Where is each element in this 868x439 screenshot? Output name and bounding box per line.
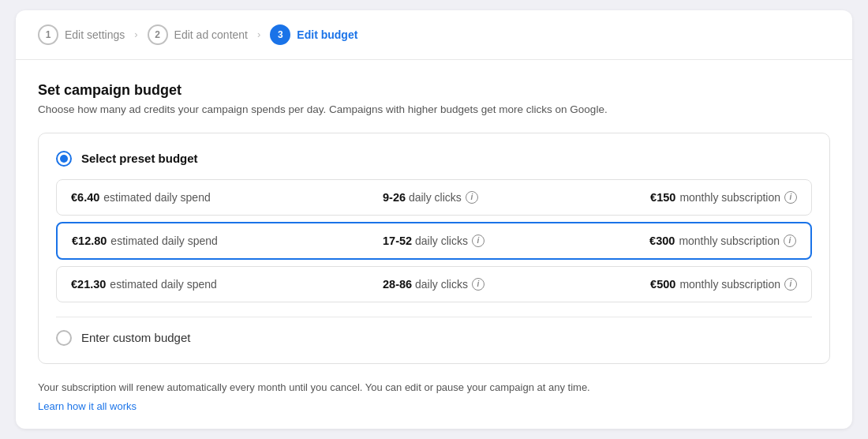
budget-row-1[interactable]: €6.40 estimated daily spend 9-26 daily c… (56, 179, 812, 216)
info-icon-3b[interactable]: i (784, 278, 797, 291)
custom-budget-radio[interactable]: Enter custom budget (56, 330, 812, 346)
footer-text: Your subscription will renew automatical… (38, 380, 830, 396)
budget-row-3-monthly-amount: €500 (650, 278, 675, 291)
budget-row-1-clicks-value: 9-26 daily clicks (383, 191, 462, 204)
budget-row-3-daily-label: estimated daily spend (110, 278, 216, 291)
preset-budget-radio[interactable]: Select preset budget (56, 151, 812, 167)
budget-row-2-clicks-value: 17-52 daily clicks (383, 235, 468, 247)
budget-row-2-daily-label: estimated daily spend (110, 235, 217, 247)
step-2[interactable]: 2 Edit ad content (148, 24, 248, 45)
budget-row-3-clicks: 28-86 daily clicks i (383, 278, 485, 291)
budget-row-3[interactable]: €21.30 estimated daily spend 28-86 daily… (56, 266, 812, 302)
budget-row-2-amount: €12.80 (72, 235, 107, 247)
budget-row-1-monthly-amount: €150 (650, 191, 675, 204)
step-1-label: Edit settings (65, 28, 125, 41)
budget-row-3-monthly-label: monthly subscription (679, 278, 780, 291)
budget-row-1-monthly-label: monthly subscription (679, 191, 780, 204)
step-3-label: Edit budget (297, 28, 357, 41)
budget-row-1-daily: €6.40 estimated daily spend (71, 191, 211, 204)
preset-budget-label: Select preset budget (81, 152, 198, 165)
step-2-label: Edit ad content (174, 28, 248, 41)
chevron-icon-2: › (257, 28, 260, 40)
step-3-circle: 3 (270, 24, 290, 45)
budget-row-2-monthly-amount: €300 (649, 235, 675, 247)
budget-row-3-amount: €21.30 (71, 278, 106, 291)
learn-how-link[interactable]: Learn how it all works (38, 400, 137, 412)
budget-row-3-monthly: €500 monthly subscription i (650, 278, 797, 291)
budget-row-1-monthly: €150 monthly subscription i (650, 191, 797, 204)
preset-radio-circle (56, 151, 72, 167)
budget-row-1-clicks: 9-26 daily clicks i (383, 191, 478, 204)
page-title: Set campaign budget (38, 82, 830, 99)
budget-row-3-clicks-value: 28-86 daily clicks (383, 278, 468, 291)
custom-budget-label: Enter custom budget (81, 331, 190, 344)
step-1[interactable]: 1 Edit settings (38, 24, 125, 45)
info-icon-2b[interactable]: i (784, 235, 796, 247)
chevron-icon-1: › (134, 28, 137, 40)
stepper: 1 Edit settings › 2 Edit ad content › 3 … (16, 10, 852, 60)
main-content: Set campaign budget Choose how many ad c… (16, 60, 852, 430)
budget-row-1-amount: €6.40 (71, 191, 99, 204)
divider (56, 317, 812, 317)
budget-row-2-clicks: 17-52 daily clicks i (383, 235, 485, 247)
budget-row-2[interactable]: €12.80 estimated daily spend 17-52 daily… (56, 222, 812, 260)
info-icon-1[interactable]: i (466, 191, 478, 204)
custom-radio-circle (56, 330, 72, 346)
step-3[interactable]: 3 Edit budget (270, 24, 357, 45)
info-icon-2[interactable]: i (472, 235, 485, 247)
page-subtitle: Choose how many ad credits your campaign… (38, 103, 830, 115)
budget-row-1-daily-label: estimated daily spend (103, 191, 210, 204)
budget-row-2-monthly: €300 monthly subscription i (649, 235, 796, 247)
info-icon-1b[interactable]: i (784, 191, 797, 204)
budget-row-2-daily: €12.80 estimated daily spend (72, 235, 218, 247)
budget-row-3-daily: €21.30 estimated daily spend (71, 278, 217, 291)
step-1-circle: 1 (38, 24, 58, 45)
step-2-circle: 2 (148, 24, 168, 45)
budget-row-2-monthly-label: monthly subscription (679, 235, 780, 247)
info-icon-3[interactable]: i (472, 278, 485, 291)
budget-card: Select preset budget €6.40 estimated dai… (38, 133, 830, 364)
budget-rows: €6.40 estimated daily spend 9-26 daily c… (56, 179, 812, 302)
